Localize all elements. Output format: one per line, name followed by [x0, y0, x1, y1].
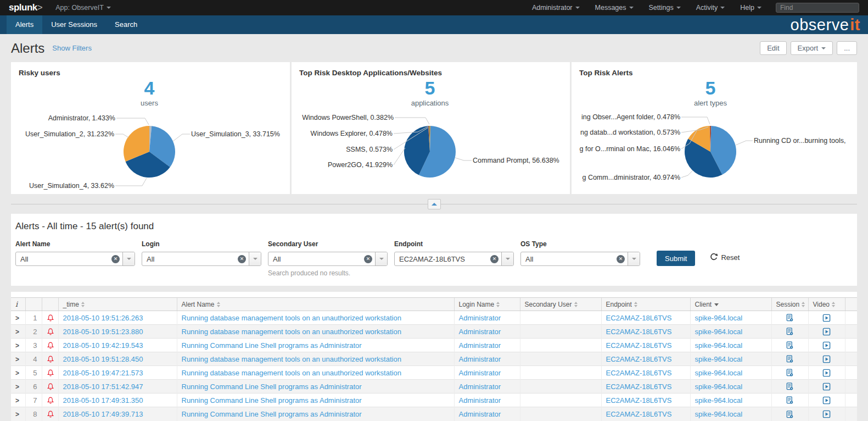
time-link[interactable]: 2018-05-10 17:49:31.350 — [63, 396, 143, 405]
video-play-icon[interactable] — [822, 410, 831, 418]
tab-alerts[interactable]: Alerts — [7, 15, 42, 34]
tab-user-sessions[interactable]: User Sessions — [42, 15, 106, 34]
login-input[interactable] — [142, 255, 238, 263]
sort-icon[interactable] — [217, 302, 220, 307]
alert-name-link[interactable]: Running database management tools on an … — [182, 355, 401, 363]
tab-search[interactable]: Search — [106, 15, 146, 34]
sort-icon[interactable] — [634, 302, 637, 307]
client-link[interactable]: spike-964.local — [695, 383, 743, 391]
time-link[interactable]: 2018-05-10 17:49:39.713 — [63, 410, 143, 418]
dropdown-button[interactable] — [249, 252, 261, 265]
clear-icon[interactable]: ✕ — [490, 255, 499, 263]
reset-button[interactable]: Reset — [709, 253, 740, 262]
alert-name-link[interactable]: Running database management tools on an … — [182, 314, 401, 322]
client-link[interactable]: spike-964.local — [695, 355, 743, 363]
clear-icon[interactable]: ✕ — [364, 255, 372, 263]
sort-icon[interactable] — [81, 302, 85, 307]
dropdown-button[interactable] — [501, 252, 513, 265]
col-session[interactable]: Session — [771, 298, 808, 311]
more-options-button[interactable]: ... — [837, 41, 857, 55]
video-play-icon[interactable] — [822, 369, 831, 377]
session-icon[interactable] — [786, 382, 794, 391]
show-filters-link[interactable]: Show Filters — [52, 44, 92, 52]
expand-row-button[interactable]: > — [15, 314, 19, 322]
login-name-link[interactable]: Administrator — [459, 410, 501, 418]
session-icon[interactable] — [786, 368, 794, 377]
endpoint-link[interactable]: EC2AMAZ-18L6TVS — [606, 369, 672, 377]
endpoint-link[interactable]: EC2AMAZ-18L6TVS — [606, 410, 672, 418]
expand-row-button[interactable]: > — [15, 369, 19, 377]
video-play-icon[interactable] — [822, 383, 831, 391]
time-link[interactable]: 2018-05-10 19:51:23.880 — [63, 328, 143, 336]
col-time[interactable]: _time — [58, 298, 177, 311]
sort-icon[interactable] — [802, 302, 805, 307]
clear-icon[interactable]: ✕ — [238, 255, 246, 263]
menu-help[interactable]: Help — [740, 4, 761, 12]
video-play-icon[interactable] — [822, 396, 831, 405]
alert-name-link[interactable]: Running Command Line Shell programs as A… — [182, 383, 362, 391]
endpoint-link[interactable]: EC2AMAZ-18L6TVS — [606, 396, 672, 405]
expand-row-button[interactable]: > — [15, 383, 19, 391]
time-link[interactable]: 2018-05-10 19:47:21.573 — [63, 369, 143, 377]
expand-row-button[interactable]: > — [15, 328, 19, 336]
col-video[interactable]: Video — [808, 298, 845, 311]
secondary-user-input[interactable] — [268, 255, 364, 263]
dropdown-button[interactable] — [122, 252, 135, 265]
collapse-panel-button[interactable] — [428, 199, 441, 209]
time-link[interactable]: 2018-05-10 19:51:26.263 — [63, 314, 143, 322]
os-type-input[interactable] — [521, 255, 617, 263]
clear-icon[interactable]: ✕ — [617, 255, 625, 263]
alert-name-link[interactable]: Running database management tools on an … — [182, 369, 401, 377]
expand-row-button[interactable]: > — [15, 397, 19, 405]
alert-name-link[interactable]: Running Command Line Shell programs as A… — [182, 341, 362, 350]
session-icon[interactable] — [786, 410, 794, 419]
expand-row-button[interactable]: > — [15, 411, 19, 418]
find-input[interactable] — [776, 3, 859, 13]
video-play-icon[interactable] — [822, 314, 831, 322]
video-play-icon[interactable] — [822, 341, 831, 350]
endpoint-link[interactable]: EC2AMAZ-18L6TVS — [606, 383, 672, 391]
col-secondary-user[interactable]: Secondary User — [520, 298, 601, 311]
endpoint-input[interactable] — [395, 255, 490, 263]
login-name-link[interactable]: Administrator — [459, 355, 501, 363]
menu-messages[interactable]: Messages — [595, 4, 634, 12]
alert-name-link[interactable]: Running Command Line Shell programs as A… — [182, 410, 362, 418]
login-name-link[interactable]: Administrator — [459, 328, 501, 336]
submit-button[interactable]: Submit — [657, 251, 695, 266]
endpoint-link[interactable]: EC2AMAZ-18L6TVS — [606, 355, 672, 363]
col-login-name[interactable]: Login Name — [454, 298, 520, 311]
sort-icon[interactable] — [574, 302, 578, 307]
client-link[interactable]: spike-964.local — [695, 410, 743, 418]
alert-name-link[interactable]: Running database management tools on an … — [182, 328, 401, 336]
sort-icon[interactable] — [496, 302, 500, 307]
export-button[interactable]: Export — [791, 41, 833, 55]
time-link[interactable]: 2018-05-10 17:51:42.947 — [63, 383, 143, 391]
clear-icon[interactable]: ✕ — [111, 255, 120, 263]
login-name-link[interactable]: Administrator — [459, 369, 501, 377]
login-name-link[interactable]: Administrator — [459, 314, 501, 322]
login-name-link[interactable]: Administrator — [459, 383, 501, 391]
login-name-link[interactable]: Administrator — [459, 341, 501, 350]
session-icon[interactable] — [786, 327, 794, 336]
col-endpoint[interactable]: Endpoint — [601, 298, 690, 311]
client-link[interactable]: spike-964.local — [695, 328, 743, 336]
time-link[interactable]: 2018-05-10 19:51:28.450 — [63, 355, 143, 363]
login-name-link[interactable]: Administrator — [459, 396, 501, 405]
dropdown-button[interactable] — [628, 252, 640, 265]
endpoint-link[interactable]: EC2AMAZ-18L6TVS — [606, 314, 672, 322]
client-link[interactable]: spike-964.local — [695, 314, 743, 322]
dropdown-button[interactable] — [375, 252, 387, 265]
endpoint-link[interactable]: EC2AMAZ-18L6TVS — [606, 341, 672, 350]
expand-row-button[interactable]: > — [15, 342, 19, 350]
session-icon[interactable] — [786, 313, 794, 322]
edit-button[interactable]: Edit — [760, 41, 786, 55]
menu-administrator[interactable]: Administrator — [532, 4, 580, 12]
session-icon[interactable] — [786, 341, 794, 350]
menu-settings[interactable]: Settings — [649, 4, 681, 12]
expand-row-button[interactable]: > — [15, 356, 19, 363]
session-icon[interactable] — [786, 396, 794, 405]
client-link[interactable]: spike-964.local — [695, 341, 743, 350]
splunk-logo[interactable]: splunk> — [9, 2, 42, 13]
sort-icon[interactable] — [832, 302, 835, 307]
video-play-icon[interactable] — [822, 328, 831, 336]
